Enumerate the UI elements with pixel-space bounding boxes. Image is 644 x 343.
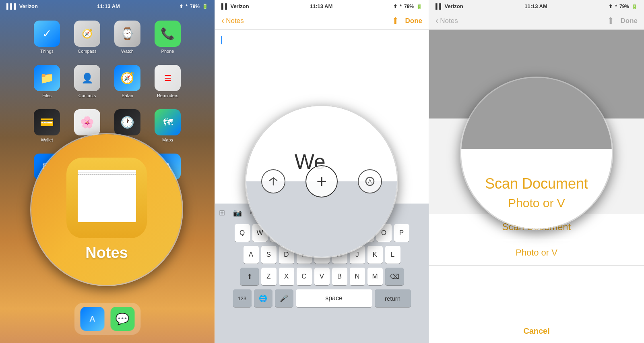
action-photo-or[interactable]: Photo or V bbox=[429, 240, 644, 266]
carrier-signal-2: ▌▌ Verizon bbox=[221, 3, 249, 9]
nav-back-button-2[interactable]: ‹ Notes bbox=[221, 16, 244, 26]
key-x[interactable]: X bbox=[279, 268, 294, 285]
app-label-phone: Phone bbox=[161, 49, 174, 54]
app-icon-things: ✓ bbox=[34, 21, 60, 47]
signal-bars-2: ▌▌ bbox=[221, 3, 229, 9]
bluetooth-icon: * bbox=[186, 4, 188, 9]
status-bar-2: ▌▌ Verizon 11:13 AM ⬆ * 79% 🔋 bbox=[215, 0, 429, 12]
notes-paper bbox=[78, 170, 136, 222]
panel-homescreen: ▌▌▌ Verizon 11:13 AM ⬆ * 79% 🔋 ✓ Things … bbox=[0, 0, 215, 343]
key-shift[interactable]: ⬆ bbox=[240, 268, 259, 285]
battery-area-3: ⬆ * 79% 🔋 bbox=[609, 4, 638, 9]
done-button-3[interactable]: Done bbox=[621, 17, 638, 25]
carrier-name: Verizon bbox=[19, 3, 38, 9]
magnify-right-button[interactable]: A bbox=[358, 169, 382, 193]
nav-bar-3: ‹ Notes ⬆ Done bbox=[429, 12, 644, 30]
share-icon-2[interactable]: ⬆ bbox=[392, 16, 399, 26]
keyboard-row-3: ⬆ Z X C V B N M ⌫ bbox=[215, 266, 429, 287]
carrier-name-2: Verizon bbox=[230, 3, 249, 9]
key-globe[interactable]: 🌐 bbox=[254, 289, 272, 307]
app-label-things: Things bbox=[40, 49, 54, 54]
key-n[interactable]: N bbox=[350, 268, 365, 285]
panel-notes-new: ▌▌ Verizon 11:13 AM ⬆ * 79% 🔋 ‹ Notes ⬆ … bbox=[215, 0, 429, 343]
text-cursor bbox=[221, 36, 222, 44]
app-things[interactable]: ✓ Things bbox=[31, 21, 63, 61]
app-phone[interactable]: 📞 Phone bbox=[152, 21, 184, 61]
battery-icon-2: 🔋 bbox=[416, 4, 422, 9]
app-label-wallet: Wallet bbox=[41, 137, 53, 142]
svg-text:A: A bbox=[368, 178, 372, 185]
battery-icon-3: 🔋 bbox=[632, 4, 638, 9]
dock: A 💬 bbox=[74, 303, 140, 335]
key-numbers[interactable]: 123 bbox=[233, 289, 252, 307]
gps-icon-3: ⬆ bbox=[609, 4, 613, 9]
magnify-gray-area bbox=[461, 78, 612, 149]
app-icon-watch: ⌚ bbox=[114, 21, 140, 47]
key-m[interactable]: M bbox=[367, 268, 383, 285]
chevron-left-icon-3: ‹ bbox=[436, 16, 438, 26]
dock-icon-appstore: A bbox=[80, 307, 104, 331]
key-space[interactable]: space bbox=[296, 289, 372, 307]
app-icon-reminders: ☰ bbox=[155, 65, 181, 91]
magnify-inner-3: Scan Document Photo or V bbox=[461, 78, 612, 229]
key-z[interactable]: Z bbox=[261, 268, 277, 285]
clock-time-2: 11:13 AM bbox=[310, 3, 333, 9]
share-icon-3[interactable]: ⬆ bbox=[607, 16, 614, 26]
key-microphone[interactable]: 🎤 bbox=[275, 289, 293, 307]
key-b[interactable]: B bbox=[332, 268, 347, 285]
carrier-signal-3: ▌▌ Verizon bbox=[436, 3, 463, 9]
plus-icon: + bbox=[316, 173, 327, 190]
app-wallet[interactable]: 💳 Wallet bbox=[31, 109, 63, 150]
key-delete[interactable]: ⌫ bbox=[385, 268, 404, 285]
app-icon-clock: 🕐 bbox=[114, 109, 140, 135]
done-button-2[interactable]: Done bbox=[405, 17, 423, 25]
app-icon-maps: 🗺 bbox=[155, 109, 181, 135]
svg-text:A: A bbox=[89, 314, 95, 323]
table-icon[interactable]: ⊞ bbox=[219, 208, 225, 217]
magnify-plus-button[interactable]: + bbox=[305, 165, 338, 197]
nav-bar-2: ‹ Notes ⬆ Done bbox=[215, 12, 429, 30]
status-bar-3: ▌▌ Verizon 11:13 AM ⬆ * 79% 🔋 bbox=[429, 0, 644, 12]
nav-back-label-2: Notes bbox=[226, 17, 244, 25]
panel-scan-document: ▌▌ Verizon 11:13 AM ⬆ * 79% 🔋 ‹ Notes ⬆ … bbox=[429, 0, 644, 343]
magnify-left-button[interactable] bbox=[261, 169, 285, 193]
key-return[interactable]: return bbox=[375, 289, 411, 307]
signal-bars-3: ▌▌ bbox=[436, 3, 443, 9]
app-label-watch: Watch bbox=[121, 49, 134, 54]
gps-icon: ⬆ bbox=[179, 4, 183, 9]
dock-app-messages[interactable]: 💬 bbox=[110, 307, 134, 331]
app-icon-contacts: 👤 bbox=[74, 65, 100, 91]
notes-icon-large bbox=[66, 158, 147, 238]
notes-app-label: Notes bbox=[85, 244, 128, 262]
app-icon-photos: 🌸 bbox=[74, 109, 100, 135]
app-safari[interactable]: 🧭 Safari bbox=[111, 65, 144, 105]
app-reminders[interactable]: ☰ Reminders bbox=[152, 65, 184, 105]
app-files[interactable]: 📁 Files bbox=[31, 65, 63, 105]
clock-time-3: 11:13 AM bbox=[524, 3, 547, 9]
app-label-maps: Maps bbox=[162, 137, 173, 142]
magnify-notes-bg: Notes bbox=[31, 134, 182, 285]
key-c[interactable]: C bbox=[297, 268, 312, 285]
dock-app-appstore[interactable]: A bbox=[80, 307, 104, 331]
app-compass[interactable]: 🧭 Compass bbox=[71, 21, 103, 61]
app-contacts[interactable]: 👤 Contacts bbox=[71, 65, 103, 105]
magnify-photo-text: Photo or V bbox=[508, 196, 565, 210]
app-label-compass: Compass bbox=[78, 49, 96, 54]
battery-area-2: ⬆ * 79% 🔋 bbox=[393, 4, 422, 9]
clock-time-1: 11:13 AM bbox=[97, 3, 120, 9]
battery-percent-2: 79% bbox=[404, 4, 414, 9]
app-icon-safari: 🧭 bbox=[114, 65, 140, 91]
action-cancel-button[interactable]: Cancel bbox=[429, 319, 644, 343]
magnify-circle-notes: Notes bbox=[30, 133, 183, 286]
key-v[interactable]: V bbox=[314, 268, 330, 285]
app-icon-compass: 🧭 bbox=[74, 21, 100, 47]
battery-icon-1: 🔋 bbox=[202, 4, 208, 9]
app-watch[interactable]: ⌚ Watch bbox=[111, 21, 144, 61]
camera-icon[interactable]: 📷 bbox=[233, 208, 242, 217]
nav-back-button-3[interactable]: ‹ Notes bbox=[436, 16, 458, 26]
app-maps[interactable]: 🗺 Maps bbox=[152, 109, 184, 150]
dock-icon-messages: 💬 bbox=[110, 307, 134, 331]
battery-percent-1: 79% bbox=[190, 4, 200, 9]
signal-bars: ▌▌▌ bbox=[6, 3, 18, 9]
app-label-safari: Safari bbox=[122, 93, 133, 98]
